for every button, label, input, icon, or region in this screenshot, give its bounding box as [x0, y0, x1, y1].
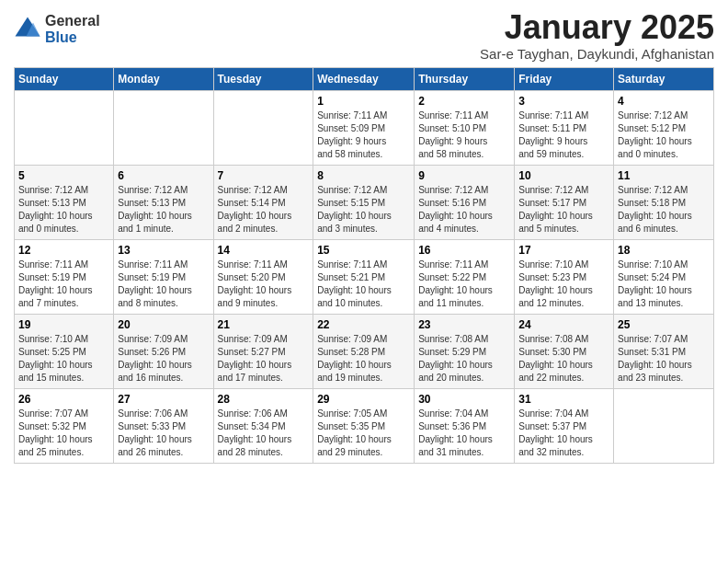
day-cell	[213, 90, 313, 165]
day-number: 11	[618, 169, 710, 182]
day-cell: 4Sunrise: 7:12 AM Sunset: 5:12 PM Daylig…	[614, 90, 714, 165]
day-info: Sunrise: 7:11 AM Sunset: 5:21 PM Dayligh…	[317, 259, 410, 310]
header-sunday: Sunday	[15, 67, 114, 90]
header-row: SundayMondayTuesdayWednesdayThursdayFrid…	[15, 67, 714, 90]
day-number: 5	[18, 169, 109, 182]
day-number: 4	[618, 95, 710, 108]
day-info: Sunrise: 7:04 AM Sunset: 5:37 PM Dayligh…	[518, 408, 609, 459]
day-info: Sunrise: 7:08 AM Sunset: 5:30 PM Dayligh…	[518, 333, 609, 385]
calendar-body: 1Sunrise: 7:11 AM Sunset: 5:09 PM Daylig…	[15, 90, 714, 463]
day-number: 29	[317, 393, 410, 406]
day-cell: 10Sunrise: 7:12 AM Sunset: 5:17 PM Dayli…	[515, 165, 614, 239]
day-info: Sunrise: 7:08 AM Sunset: 5:29 PM Dayligh…	[418, 333, 510, 385]
day-number: 26	[18, 393, 109, 406]
day-cell: 25Sunrise: 7:07 AM Sunset: 5:31 PM Dayli…	[614, 314, 714, 388]
day-cell: 18Sunrise: 7:10 AM Sunset: 5:24 PM Dayli…	[614, 239, 714, 314]
day-cell: 2Sunrise: 7:11 AM Sunset: 5:10 PM Daylig…	[415, 90, 515, 165]
day-number: 3	[518, 95, 609, 108]
day-number: 27	[118, 393, 209, 406]
day-cell: 1Sunrise: 7:11 AM Sunset: 5:09 PM Daylig…	[313, 90, 415, 165]
day-info: Sunrise: 7:05 AM Sunset: 5:35 PM Dayligh…	[317, 408, 410, 459]
page-header: General Blue January 2025 Sar-e Tayghan,…	[14, 9, 714, 62]
day-info: Sunrise: 7:12 AM Sunset: 5:14 PM Dayligh…	[218, 184, 310, 236]
day-info: Sunrise: 7:12 AM Sunset: 5:13 PM Dayligh…	[18, 184, 109, 236]
day-number: 12	[18, 244, 109, 257]
logo-blue: Blue	[45, 29, 100, 46]
day-cell: 23Sunrise: 7:08 AM Sunset: 5:29 PM Dayli…	[415, 314, 515, 388]
calendar-subtitle: Sar-e Tayghan, Daykundi, Afghanistan	[480, 46, 714, 62]
day-cell: 15Sunrise: 7:11 AM Sunset: 5:21 PM Dayli…	[313, 239, 415, 314]
day-number: 1	[317, 95, 410, 108]
header-wednesday: Wednesday	[313, 67, 415, 90]
day-info: Sunrise: 7:06 AM Sunset: 5:34 PM Dayligh…	[218, 408, 310, 459]
day-number: 9	[418, 169, 510, 182]
day-number: 28	[218, 393, 310, 406]
day-cell	[114, 90, 213, 165]
day-cell: 26Sunrise: 7:07 AM Sunset: 5:32 PM Dayli…	[15, 388, 114, 463]
day-cell: 13Sunrise: 7:11 AM Sunset: 5:19 PM Dayli…	[114, 239, 213, 314]
day-info: Sunrise: 7:12 AM Sunset: 5:17 PM Dayligh…	[518, 184, 609, 236]
day-info: Sunrise: 7:11 AM Sunset: 5:22 PM Dayligh…	[418, 259, 510, 310]
day-cell: 5Sunrise: 7:12 AM Sunset: 5:13 PM Daylig…	[15, 165, 114, 239]
day-cell: 27Sunrise: 7:06 AM Sunset: 5:33 PM Dayli…	[114, 388, 213, 463]
day-cell: 11Sunrise: 7:12 AM Sunset: 5:18 PM Dayli…	[614, 165, 714, 239]
header-monday: Monday	[114, 67, 213, 90]
day-cell: 20Sunrise: 7:09 AM Sunset: 5:26 PM Dayli…	[114, 314, 213, 388]
day-cell: 21Sunrise: 7:09 AM Sunset: 5:27 PM Dayli…	[213, 314, 313, 388]
title-block: January 2025 Sar-e Tayghan, Daykundi, Af…	[480, 9, 714, 62]
day-cell: 16Sunrise: 7:11 AM Sunset: 5:22 PM Dayli…	[415, 239, 515, 314]
week-row-0: 1Sunrise: 7:11 AM Sunset: 5:09 PM Daylig…	[15, 90, 714, 165]
day-cell: 7Sunrise: 7:12 AM Sunset: 5:14 PM Daylig…	[213, 165, 313, 239]
day-info: Sunrise: 7:11 AM Sunset: 5:09 PM Dayligh…	[317, 109, 410, 161]
day-cell: 22Sunrise: 7:09 AM Sunset: 5:28 PM Dayli…	[313, 314, 415, 388]
day-info: Sunrise: 7:10 AM Sunset: 5:23 PM Dayligh…	[518, 259, 609, 310]
day-cell: 24Sunrise: 7:08 AM Sunset: 5:30 PM Dayli…	[515, 314, 614, 388]
day-number: 20	[118, 318, 209, 331]
day-info: Sunrise: 7:12 AM Sunset: 5:18 PM Dayligh…	[618, 184, 710, 236]
day-cell: 8Sunrise: 7:12 AM Sunset: 5:15 PM Daylig…	[313, 165, 415, 239]
logo-icon	[14, 16, 41, 43]
day-cell: 12Sunrise: 7:11 AM Sunset: 5:19 PM Dayli…	[15, 239, 114, 314]
day-number: 25	[618, 318, 710, 331]
day-number: 30	[418, 393, 510, 406]
logo-general: General	[45, 13, 100, 29]
day-cell: 9Sunrise: 7:12 AM Sunset: 5:16 PM Daylig…	[415, 165, 515, 239]
day-number: 8	[317, 169, 410, 182]
day-cell: 3Sunrise: 7:11 AM Sunset: 5:11 PM Daylig…	[515, 90, 614, 165]
day-info: Sunrise: 7:11 AM Sunset: 5:11 PM Dayligh…	[518, 109, 609, 161]
day-number: 24	[518, 318, 609, 331]
header-saturday: Saturday	[614, 67, 714, 90]
calendar-title: January 2025	[480, 9, 714, 46]
day-info: Sunrise: 7:11 AM Sunset: 5:20 PM Dayligh…	[218, 259, 310, 310]
week-row-1: 5Sunrise: 7:12 AM Sunset: 5:13 PM Daylig…	[15, 165, 714, 239]
day-number: 23	[418, 318, 510, 331]
header-tuesday: Tuesday	[213, 67, 313, 90]
calendar-header: SundayMondayTuesdayWednesdayThursdayFrid…	[15, 67, 714, 90]
day-cell: 6Sunrise: 7:12 AM Sunset: 5:13 PM Daylig…	[114, 165, 213, 239]
week-row-4: 26Sunrise: 7:07 AM Sunset: 5:32 PM Dayli…	[15, 388, 714, 463]
day-info: Sunrise: 7:12 AM Sunset: 5:12 PM Dayligh…	[618, 109, 710, 161]
day-cell: 28Sunrise: 7:06 AM Sunset: 5:34 PM Dayli…	[213, 388, 313, 463]
day-number: 31	[518, 393, 609, 406]
day-number: 22	[317, 318, 410, 331]
header-thursday: Thursday	[415, 67, 515, 90]
day-info: Sunrise: 7:09 AM Sunset: 5:28 PM Dayligh…	[317, 333, 410, 385]
day-cell	[15, 90, 114, 165]
day-number: 14	[218, 244, 310, 257]
day-number: 13	[118, 244, 209, 257]
day-info: Sunrise: 7:12 AM Sunset: 5:13 PM Dayligh…	[118, 184, 209, 236]
logo-text: General Blue	[45, 13, 100, 45]
day-number: 18	[618, 244, 710, 257]
day-info: Sunrise: 7:07 AM Sunset: 5:32 PM Dayligh…	[18, 408, 109, 459]
day-cell: 19Sunrise: 7:10 AM Sunset: 5:25 PM Dayli…	[15, 314, 114, 388]
day-info: Sunrise: 7:09 AM Sunset: 5:27 PM Dayligh…	[218, 333, 310, 385]
day-number: 6	[118, 169, 209, 182]
day-cell	[614, 388, 714, 463]
day-number: 21	[218, 318, 310, 331]
logo: General Blue	[14, 13, 100, 45]
day-info: Sunrise: 7:11 AM Sunset: 5:19 PM Dayligh…	[118, 259, 209, 310]
day-number: 16	[418, 244, 510, 257]
day-info: Sunrise: 7:09 AM Sunset: 5:26 PM Dayligh…	[118, 333, 209, 385]
day-number: 19	[18, 318, 109, 331]
day-info: Sunrise: 7:12 AM Sunset: 5:16 PM Dayligh…	[418, 184, 510, 236]
